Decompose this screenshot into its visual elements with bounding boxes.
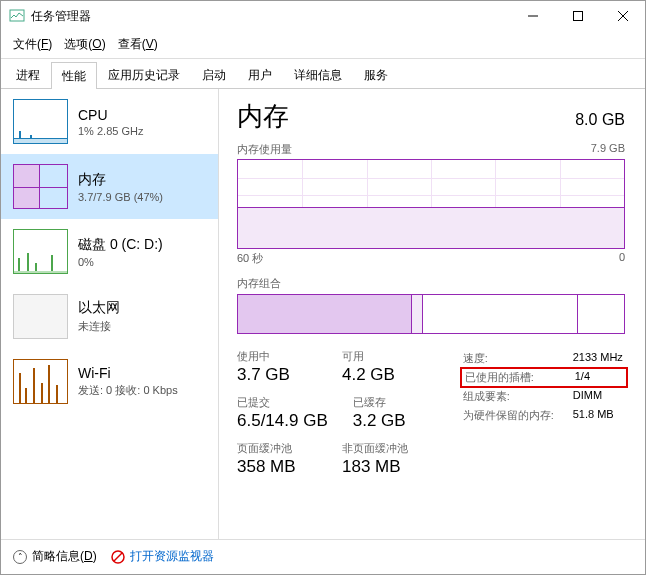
stat-cached-value: 3.2 GB [353, 411, 433, 431]
stat-nonpaged-value: 183 MB [342, 457, 422, 477]
memory-total: 8.0 GB [575, 111, 625, 129]
menu-file[interactable]: 文件(F) [7, 33, 58, 56]
titlebar: 任务管理器 [1, 1, 645, 31]
wifi-thumb-icon [13, 359, 68, 404]
usage-label: 内存使用量 [237, 142, 292, 157]
tab-services[interactable]: 服务 [353, 61, 399, 88]
tab-startup[interactable]: 启动 [191, 61, 237, 88]
stat-nonpaged-label: 非页面缓冲池 [342, 441, 422, 456]
stat-inuse-value: 3.7 GB [237, 365, 317, 385]
stat-cached-label: 已缓存 [353, 395, 433, 410]
memory-composition-chart[interactable] [237, 294, 625, 334]
maximize-button[interactable] [555, 1, 600, 31]
axis-right: 0 [619, 251, 625, 266]
stat-paged-value: 358 MB [237, 457, 317, 477]
menubar: 文件(F) 选项(O) 查看(V) [1, 31, 645, 59]
svg-rect-2 [573, 12, 582, 21]
window-title: 任务管理器 [31, 8, 510, 25]
fewer-details-button[interactable]: ˄ 简略信息(D) [13, 548, 97, 565]
menu-options[interactable]: 选项(O) [58, 33, 111, 56]
sidebar-item-memory[interactable]: 内存3.7/7.9 GB (47%) [1, 154, 218, 219]
sidebar-cpu-sub: 1% 2.85 GHz [78, 125, 143, 137]
svg-line-6 [114, 553, 122, 561]
minimize-button[interactable] [510, 1, 555, 31]
sidebar-wifi-name: Wi-Fi [78, 365, 178, 381]
sidebar-ethernet-name: 以太网 [78, 299, 120, 317]
stat-inuse-label: 使用中 [237, 349, 317, 364]
sidebar-item-cpu[interactable]: CPU1% 2.85 GHz [1, 89, 218, 154]
menu-view[interactable]: 查看(V) [112, 33, 164, 56]
cpu-thumb-icon [13, 99, 68, 144]
sidebar-wifi-sub: 发送: 0 接收: 0 Kbps [78, 383, 178, 398]
stat-paged-label: 页面缓冲池 [237, 441, 317, 456]
tab-users[interactable]: 用户 [237, 61, 283, 88]
sidebar-ethernet-sub: 未连接 [78, 319, 120, 334]
composition-label: 内存组合 [237, 276, 625, 291]
sidebar-memory-name: 内存 [78, 171, 163, 189]
tab-history[interactable]: 应用历史记录 [97, 61, 191, 88]
sidebar-disk-sub: 0% [78, 256, 163, 268]
stat-committed-label: 已提交 [237, 395, 328, 410]
info-speed: 速度:2133 MHz [463, 349, 625, 368]
memory-thumb-icon [13, 164, 68, 209]
info-form: 组成要素:DIMM [463, 387, 625, 406]
stat-committed-value: 6.5/14.9 GB [237, 411, 328, 431]
footer: ˄ 简略信息(D) 打开资源监视器 [1, 539, 645, 573]
stat-avail-value: 4.2 GB [342, 365, 422, 385]
sidebar-disk-name: 磁盘 0 (C: D:) [78, 236, 163, 254]
sidebar-memory-sub: 3.7/7.9 GB (47%) [78, 191, 163, 203]
chevron-up-icon: ˄ [13, 550, 27, 564]
memory-usage-chart[interactable] [237, 159, 625, 249]
tab-bar: 进程 性能 应用历史记录 启动 用户 详细信息 服务 [1, 61, 645, 89]
info-reserved: 为硬件保留的内存:51.8 MB [463, 406, 625, 425]
tab-processes[interactable]: 进程 [5, 61, 51, 88]
resmon-icon [111, 550, 125, 564]
tab-performance[interactable]: 性能 [51, 62, 97, 89]
usage-max: 7.9 GB [591, 142, 625, 157]
page-title: 内存 [237, 99, 289, 134]
axis-left: 60 秒 [237, 251, 263, 266]
tab-details[interactable]: 详细信息 [283, 61, 353, 88]
sidebar-cpu-name: CPU [78, 107, 143, 123]
info-slots: 已使用的插槽:1/4 [460, 367, 628, 388]
ethernet-thumb-icon [13, 294, 68, 339]
sidebar: CPU1% 2.85 GHz 内存3.7/7.9 GB (47%) 磁盘 0 (… [1, 89, 219, 539]
close-button[interactable] [600, 1, 645, 31]
sidebar-item-ethernet[interactable]: 以太网未连接 [1, 284, 218, 349]
resource-monitor-link[interactable]: 打开资源监视器 [111, 548, 214, 565]
app-icon [9, 8, 25, 24]
sidebar-item-wifi[interactable]: Wi-Fi发送: 0 接收: 0 Kbps [1, 349, 218, 414]
stat-avail-label: 可用 [342, 349, 422, 364]
main-panel: 内存 8.0 GB 内存使用量 7.9 GB 60 秒 0 内存组合 使用中3.… [219, 89, 645, 539]
disk-thumb-icon [13, 229, 68, 274]
sidebar-item-disk[interactable]: 磁盘 0 (C: D:)0% [1, 219, 218, 284]
